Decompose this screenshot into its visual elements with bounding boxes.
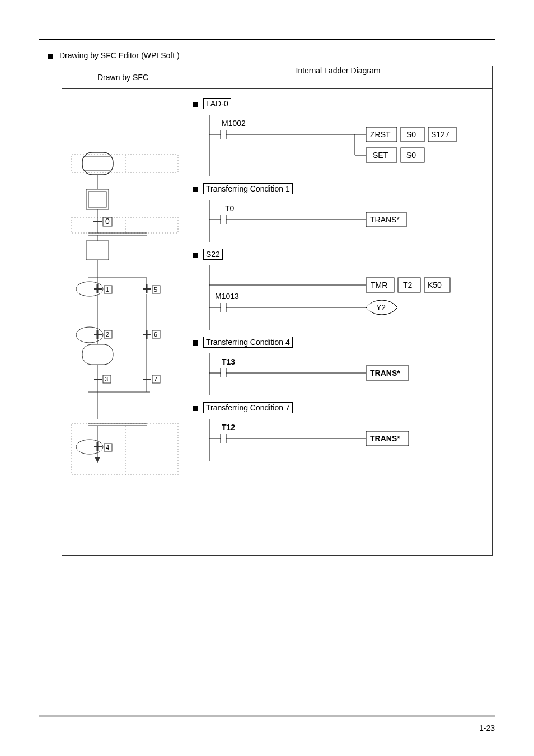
- svg-rect-2: [72, 423, 178, 475]
- sec3-out1b: T2: [403, 281, 413, 290]
- sec2-header: Transferring Condition 1: [193, 184, 484, 193]
- ladder-cell: LAD-0 M1002 ZRST S0: [184, 89, 493, 556]
- trans-label-1: 1: [106, 286, 109, 293]
- sec3-title: S22: [203, 249, 223, 260]
- sec1-out2a: SET: [373, 151, 388, 160]
- bullet-icon: [193, 187, 198, 192]
- sec3-coil: Y2: [376, 303, 386, 312]
- col1-header: Drawn by SFC: [62, 66, 184, 89]
- sec5-title: Transferring Condition 7: [203, 402, 293, 413]
- sec1-out1c: S127: [431, 130, 449, 139]
- main-table: Drawn by SFC Internal Ladder Diagram: [62, 66, 493, 556]
- sec5-rung: T12 TRANS*: [204, 419, 484, 461]
- sec1-out1b: S0: [406, 130, 416, 139]
- sec2-contact: T0: [225, 204, 235, 213]
- trans-label-5: 5: [154, 286, 157, 293]
- sec4-out: TRANS*: [370, 368, 400, 377]
- sec3-header: S22: [193, 250, 484, 259]
- sec3-rung: TMR T2 K50 M1013 Y2: [204, 265, 484, 330]
- sfc-diagram: 0 1: [63, 90, 189, 554]
- svg-rect-11: [88, 192, 106, 207]
- trans-label-6: 6: [154, 331, 157, 338]
- trans-label-4: 4: [106, 444, 109, 451]
- svg-rect-10: [86, 189, 109, 209]
- sec4-rung: T13 TRANS*: [204, 353, 484, 395]
- sec3-contact: M1013: [215, 292, 239, 301]
- top-rule: [39, 39, 495, 40]
- sec1-title: LAD-0: [203, 98, 231, 109]
- trans-label-3: 3: [105, 376, 108, 382]
- heading-text: Drawing by SFC Editor (WPLSoft ): [59, 51, 180, 60]
- bullet-icon: [193, 102, 198, 107]
- sec1-header: LAD-0: [193, 99, 484, 108]
- sec2-out: TRANS*: [370, 215, 400, 224]
- svg-rect-6: [82, 152, 113, 175]
- footer: 1-23: [39, 715, 495, 717]
- svg-marker-58: [95, 457, 100, 463]
- svg-rect-40: [82, 344, 113, 365]
- bullet-icon: [193, 253, 198, 258]
- bullet-icon: [193, 340, 198, 346]
- svg-rect-18: [86, 241, 109, 260]
- sec1-out2b: S0: [406, 151, 416, 160]
- sec4-contact: T13: [222, 357, 235, 366]
- sec1-rung: M1002 ZRST S0 S127: [204, 115, 484, 176]
- trans-label-0: 0: [105, 217, 110, 226]
- bullet-icon: [193, 406, 198, 411]
- trans-label-2: 2: [106, 331, 109, 338]
- sec4-title: Transferring Condition 4: [203, 337, 293, 348]
- sec2-title: Transferring Condition 1: [203, 183, 293, 194]
- sec5-contact: T12: [222, 423, 235, 432]
- sec2-rung: T0 TRANS*: [204, 200, 484, 242]
- sec1-contact: M1002: [222, 119, 246, 128]
- page-number: 1-23: [479, 724, 495, 732]
- sec1-out1a: ZRST: [370, 130, 391, 139]
- bullet-icon: [48, 54, 53, 59]
- sfc-cell: 0 1: [62, 89, 184, 556]
- section-heading: Drawing by SFC Editor (WPLSoft ): [48, 51, 534, 60]
- sec5-header: Transferring Condition 7: [193, 403, 484, 412]
- col2-header: Internal Ladder Diagram: [184, 66, 493, 89]
- svg-rect-1: [72, 217, 178, 233]
- sec3-out1a: TMR: [371, 281, 387, 290]
- trans-label-7: 7: [154, 376, 157, 382]
- sec3-out1c: K50: [428, 281, 442, 290]
- sec5-out: TRANS*: [370, 434, 400, 443]
- sec4-header: Transferring Condition 4: [193, 338, 484, 347]
- svg-rect-0: [72, 155, 178, 172]
